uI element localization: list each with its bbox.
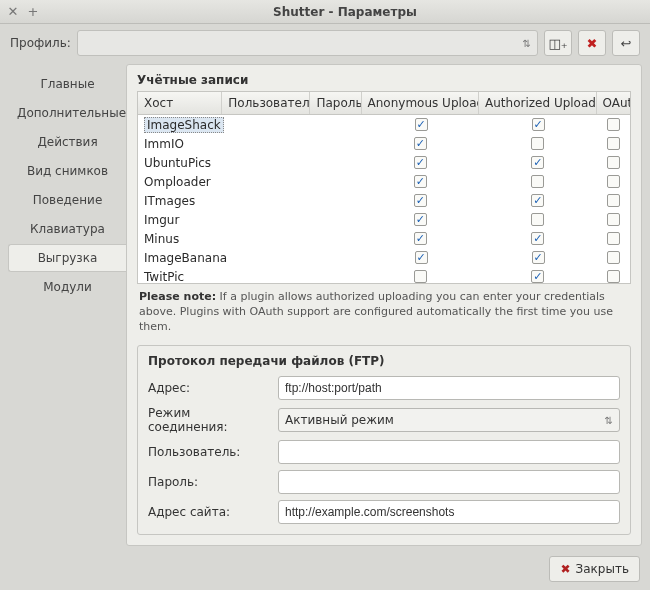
oauth-checkbox[interactable] <box>607 270 620 283</box>
oauth-checkbox[interactable] <box>607 232 620 245</box>
anon-checkbox[interactable] <box>414 175 427 188</box>
ftp-user-label: Пользователь: <box>148 445 270 459</box>
table-row[interactable]: Minus <box>138 229 630 248</box>
anon-checkbox[interactable] <box>414 270 427 283</box>
anon-checkbox[interactable] <box>414 232 427 245</box>
table-row[interactable]: ImageBanana <box>138 248 630 267</box>
ftp-mode-value: Активный режим <box>285 413 394 427</box>
table-row[interactable]: TwitPic <box>138 267 630 283</box>
chevron-updown-icon: ⇅ <box>523 38 531 49</box>
delete-icon: ✖ <box>587 36 598 51</box>
oauth-checkbox[interactable] <box>607 251 620 264</box>
ftp-mode-select[interactable]: Активный режим ⇅ <box>278 408 620 432</box>
anon-checkbox[interactable] <box>414 194 427 207</box>
profile-save-button[interactable]: ◫₊ <box>544 30 572 56</box>
auth-checkbox[interactable] <box>531 156 544 169</box>
tab-5[interactable]: Клавиатура <box>8 215 126 243</box>
dialog-footer: ✖ Закрыть <box>0 552 650 590</box>
col-anon[interactable]: Anonymous Upload <box>362 92 479 114</box>
tab-1[interactable]: Дополнительные <box>8 99 126 127</box>
profile-combo[interactable]: ⇅ <box>77 30 538 56</box>
host-cell: ITmages <box>144 194 195 208</box>
revert-icon: ↩ <box>621 36 632 51</box>
auth-checkbox[interactable] <box>531 270 544 283</box>
anon-checkbox[interactable] <box>414 137 427 150</box>
oauth-checkbox[interactable] <box>607 175 620 188</box>
auth-checkbox[interactable] <box>531 175 544 188</box>
accounts-note: Please note: If a plugin allows authoriz… <box>137 284 631 345</box>
table-row[interactable]: Omploader <box>138 172 630 191</box>
ftp-uri-input[interactable] <box>278 376 620 400</box>
oauth-checkbox[interactable] <box>607 194 620 207</box>
tab-0[interactable]: Главные <box>8 70 126 98</box>
col-host[interactable]: Хост <box>138 92 222 114</box>
profile-toolbar: Профиль: ⇅ ◫₊ ✖ ↩ <box>0 24 650 64</box>
tab-7[interactable]: Модули <box>8 273 126 301</box>
host-cell: UbuntuPics <box>144 156 211 170</box>
anon-checkbox[interactable] <box>415 118 428 131</box>
auth-checkbox[interactable] <box>531 232 544 245</box>
window-close-icon[interactable]: ✕ <box>6 5 20 19</box>
ftp-pass-label: Пароль: <box>148 475 270 489</box>
ftp-mode-label: Режим соединения: <box>148 406 270 434</box>
tab-6[interactable]: Выгрузка <box>8 244 126 272</box>
table-row[interactable]: ImmIO <box>138 134 630 153</box>
auth-checkbox[interactable] <box>531 194 544 207</box>
auth-checkbox[interactable] <box>531 137 544 150</box>
ftp-user-input[interactable] <box>278 440 620 464</box>
anon-checkbox[interactable] <box>415 251 428 264</box>
table-row[interactable]: Imgur <box>138 210 630 229</box>
close-button[interactable]: ✖ Закрыть <box>549 556 640 582</box>
window-title: Shutter - Параметры <box>46 5 644 19</box>
host-cell: Minus <box>144 232 179 246</box>
ftp-uri-label: Адрес: <box>148 381 270 395</box>
settings-tabs: ГлавныеДополнительныеДействияВид снимков… <box>8 64 126 546</box>
save-as-icon: ◫₊ <box>548 36 567 51</box>
accounts-table: Хост Пользователь Пароль Anonymous Uploa… <box>137 91 631 284</box>
col-oauth[interactable]: OAut <box>597 92 630 114</box>
accounts-title: Учётные записи <box>137 73 631 87</box>
auth-checkbox[interactable] <box>532 251 545 264</box>
tab-2[interactable]: Действия <box>8 128 126 156</box>
oauth-checkbox[interactable] <box>607 118 620 131</box>
window-maximize-icon[interactable]: + <box>26 5 40 19</box>
auth-checkbox[interactable] <box>531 213 544 226</box>
table-row[interactable]: UbuntuPics <box>138 153 630 172</box>
close-icon: ✖ <box>560 562 570 576</box>
table-row[interactable]: ITmages <box>138 191 630 210</box>
tab-4[interactable]: Поведение <box>8 186 126 214</box>
ftp-section: Протокол передачи файлов (FTP) Адрес: Ре… <box>137 345 631 535</box>
profile-label: Профиль: <box>10 36 71 50</box>
ftp-site-label: Адрес сайта: <box>148 505 270 519</box>
oauth-checkbox[interactable] <box>607 156 620 169</box>
anon-checkbox[interactable] <box>414 213 427 226</box>
host-cell: Imgur <box>144 213 179 227</box>
col-user[interactable]: Пользователь <box>222 92 310 114</box>
host-cell: ImmIO <box>144 137 184 151</box>
host-cell: ImageShack <box>144 117 224 133</box>
anon-checkbox[interactable] <box>414 156 427 169</box>
host-cell: ImageBanana <box>144 251 227 265</box>
table-row[interactable]: ImageShack <box>138 115 630 134</box>
host-cell: TwitPic <box>144 270 184 284</box>
accounts-table-header: Хост Пользователь Пароль Anonymous Uploa… <box>138 92 630 115</box>
ftp-title: Протокол передачи файлов (FTP) <box>148 354 620 368</box>
tab-3[interactable]: Вид снимков <box>8 157 126 185</box>
col-auth[interactable]: Authorized Upload <box>479 92 596 114</box>
accounts-table-body: ImageShackImmIOUbuntuPicsOmploaderITmage… <box>138 115 630 283</box>
col-pass[interactable]: Пароль <box>310 92 361 114</box>
titlebar: ✕ + Shutter - Параметры <box>0 0 650 24</box>
oauth-checkbox[interactable] <box>607 137 620 150</box>
upload-panel: Учётные записи Хост Пользователь Пароль … <box>126 64 642 546</box>
auth-checkbox[interactable] <box>532 118 545 131</box>
profile-delete-button[interactable]: ✖ <box>578 30 606 56</box>
profile-revert-button[interactable]: ↩ <box>612 30 640 56</box>
host-cell: Omploader <box>144 175 211 189</box>
oauth-checkbox[interactable] <box>607 213 620 226</box>
close-label: Закрыть <box>576 562 629 576</box>
ftp-site-input[interactable] <box>278 500 620 524</box>
chevron-updown-icon: ⇅ <box>605 415 613 426</box>
ftp-pass-input[interactable] <box>278 470 620 494</box>
